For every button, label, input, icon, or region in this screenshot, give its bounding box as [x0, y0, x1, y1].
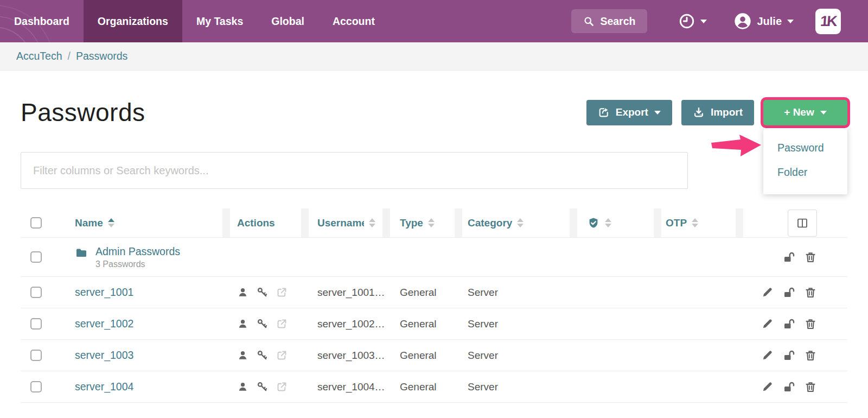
search-icon [583, 16, 595, 27]
header-type[interactable]: Type [390, 208, 455, 237]
person-action-icon[interactable] [237, 318, 248, 330]
title-row: Passwords Export Import + New Password F… [21, 98, 847, 127]
key-action-icon[interactable] [257, 350, 268, 361]
new-button[interactable]: + New [763, 100, 847, 125]
password-link[interactable]: server_1002 [75, 318, 133, 330]
external-link-icon[interactable] [276, 318, 288, 330]
select-all-checkbox[interactable] [30, 217, 42, 229]
delete-icon[interactable] [804, 251, 817, 264]
row-select-cell [21, 251, 62, 263]
chevron-down-icon [820, 111, 827, 115]
column-separator [301, 208, 309, 237]
unlock-icon[interactable] [782, 318, 795, 331]
sort-icon[interactable] [605, 218, 611, 227]
header-type-label: Type [400, 217, 423, 229]
header-select-all [21, 208, 62, 237]
sort-icon[interactable] [428, 218, 435, 227]
nav-right: Search Julie 1K [571, 0, 868, 42]
password-link[interactable]: server_1004 [75, 381, 133, 393]
key-action-icon[interactable] [257, 381, 268, 392]
folder-icon [75, 246, 88, 259]
table-row-password: server_1002 server_1002… General Server [21, 308, 847, 340]
column-separator [736, 208, 743, 237]
unlock-icon[interactable] [782, 286, 795, 299]
sort-icon[interactable] [517, 218, 524, 227]
header-name[interactable]: Name [62, 208, 222, 237]
header-otp[interactable]: OTP [661, 208, 736, 237]
actions-cell [230, 287, 301, 298]
header-username[interactable]: Username [309, 208, 382, 237]
nav-item-global[interactable]: Global [257, 0, 318, 42]
header-category[interactable]: Category [462, 208, 570, 237]
filter-input[interactable] [21, 152, 688, 189]
history-menu[interactable] [679, 13, 707, 29]
annotation-arrow [711, 134, 761, 159]
sort-icon[interactable] [108, 218, 114, 227]
folder-name-cell: Admin Passwords 3 Passwords [62, 245, 222, 269]
edit-icon[interactable] [761, 286, 774, 299]
row-checkbox[interactable] [30, 381, 42, 392]
delete-icon[interactable] [804, 349, 817, 362]
key-action-icon[interactable] [257, 318, 268, 330]
password-link[interactable]: server_1003 [75, 349, 133, 362]
app-logo-text: 1K [820, 13, 837, 30]
nav-item-account[interactable]: Account [318, 0, 389, 42]
import-icon [693, 106, 705, 118]
name-cell: server_1003 [62, 349, 222, 362]
row-actions-cell [743, 286, 847, 299]
edit-icon[interactable] [761, 318, 774, 330]
user-menu[interactable]: Julie [734, 12, 794, 30]
delete-icon[interactable] [804, 318, 817, 331]
search-button[interactable]: Search [571, 9, 647, 33]
breadcrumb-page[interactable]: Passwords [76, 50, 127, 62]
sort-icon[interactable] [369, 218, 375, 227]
chevron-down-icon [787, 20, 794, 23]
unlock-icon[interactable] [782, 381, 795, 394]
category-cell: Server [462, 318, 570, 330]
row-checkbox[interactable] [30, 287, 42, 298]
password-link[interactable]: server_1001 [75, 286, 133, 299]
app-logo[interactable]: 1K [815, 9, 841, 34]
edit-icon[interactable] [761, 381, 774, 393]
delete-icon[interactable] [804, 286, 817, 299]
column-separator [382, 208, 390, 237]
page-title: Passwords [21, 98, 145, 127]
breadcrumb-org[interactable]: AccuTech [16, 50, 62, 62]
external-link-icon[interactable] [276, 381, 288, 392]
person-action-icon[interactable] [237, 381, 248, 392]
nav-item-organizations[interactable]: Organizations [84, 0, 182, 42]
export-button[interactable]: Export [586, 100, 672, 125]
key-action-icon[interactable] [257, 287, 268, 298]
column-chooser-button[interactable] [788, 210, 817, 237]
type-cell: General [390, 318, 455, 330]
row-checkbox[interactable] [30, 251, 42, 263]
name-cell: server_1001 [62, 286, 222, 299]
unlock-icon[interactable] [782, 349, 795, 362]
column-separator [570, 208, 577, 237]
external-link-icon[interactable] [276, 287, 288, 298]
person-action-icon[interactable] [237, 350, 248, 361]
menu-item-folder[interactable]: Folder [763, 160, 847, 185]
person-action-icon[interactable] [237, 287, 248, 298]
header-actions: Actions [230, 208, 301, 237]
header-column-chooser-cell [743, 208, 847, 237]
table-header: Name Actions Username Type Category [21, 208, 847, 238]
import-button[interactable]: Import [681, 100, 754, 125]
sort-icon[interactable] [692, 218, 698, 227]
row-checkbox[interactable] [30, 350, 42, 361]
nav-item-my-tasks[interactable]: My Tasks [182, 0, 257, 42]
menu-item-password[interactable]: Password [763, 136, 847, 160]
export-icon [598, 106, 610, 118]
folder-link[interactable]: Admin Passwords [95, 245, 180, 258]
new-dropdown-menu: Password Folder [763, 128, 847, 194]
unlock-icon[interactable] [782, 251, 795, 264]
delete-icon[interactable] [804, 381, 817, 394]
table-row-folder: Admin Passwords 3 Passwords [21, 238, 847, 277]
row-checkbox[interactable] [30, 318, 42, 330]
export-button-label: Export [616, 106, 648, 118]
columns-icon [796, 217, 809, 230]
external-link-icon[interactable] [276, 350, 288, 361]
header-security[interactable] [577, 208, 654, 237]
edit-icon[interactable] [761, 349, 774, 362]
nav-item-dashboard[interactable]: Dashboard [0, 0, 84, 42]
